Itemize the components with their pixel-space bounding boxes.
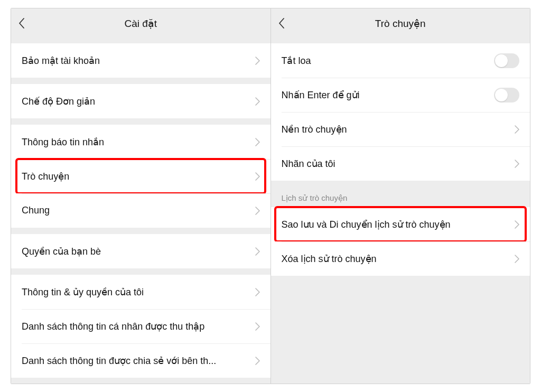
row-label: Thông báo tin nhắn [22,136,250,148]
row-backup-migrate-history[interactable]: Sao lưu và Di chuyển lịch sử trò chuyện [271,207,530,241]
chevron-right-icon [255,138,260,146]
chevron-right-icon [255,97,260,106]
chevron-right-icon [255,207,260,215]
chat-header: Trò chuyện [271,8,530,38]
chat-title: Trò chuyện [271,17,530,30]
section-history-header: Lịch sử trò chuyện [271,181,530,207]
row-account-security[interactable]: Bảo mật tài khoản [11,43,270,78]
row-friend-permissions[interactable]: Quyền của bạn bè [11,234,270,268]
settings-header: Cài đặt [11,8,270,38]
row-my-info-auth[interactable]: Thông tin & ủy quyền của tôi [11,275,270,309]
settings-title: Cài đặt [11,17,270,30]
row-label: Nhấn Enter để gửi [282,89,489,101]
row-simple-mode[interactable]: Chế độ Đơn giản [11,84,270,118]
settings-content: Bảo mật tài khoản Chế độ Đơn giản Thông … [11,38,270,384]
row-label: Tắt loa [282,55,489,67]
chevron-right-icon [515,220,519,229]
chevron-right-icon [255,288,260,296]
back-button[interactable] [278,8,284,38]
chevron-right-icon [255,322,260,331]
row-label: Chế độ Đơn giản [22,96,250,107]
row-message-notifications[interactable]: Thông báo tin nhắn [11,125,270,159]
row-label: Bảo mật tài khoản [22,55,250,67]
chevron-right-icon [255,357,260,365]
row-my-stickers[interactable]: Nhãn của tôi [271,146,530,181]
chevron-right-icon [515,160,519,168]
chevron-right-icon [515,125,519,134]
row-info-shared-third-party[interactable]: Danh sách thông tin được chia sẻ với bên… [11,343,270,378]
row-label: Sao lưu và Di chuyển lịch sử trò chuyện [282,219,510,230]
row-delete-history[interactable]: Xóa lịch sử trò chuyện [271,241,530,276]
row-general[interactable]: Chung [11,193,270,228]
chat-screen: Trò chuyện Tắt loa Nhấn Enter để gửi Nền… [271,8,530,384]
row-label: Thông tin & ủy quyền của tôi [22,286,250,298]
chat-content: Tắt loa Nhấn Enter để gửi Nền trò chuyện… [271,38,530,384]
row-label: Nhãn của tôi [282,158,510,170]
row-label: Danh sách thông tin được chia sẻ với bên… [22,355,250,367]
row-chat[interactable]: Trò chuyện [11,159,270,193]
row-label: Quyền của bạn bè [22,246,250,257]
settings-screen: Cài đặt Bảo mật tài khoản Chế độ Đơn giả… [11,8,271,384]
row-speaker-off[interactable]: Tắt loa [271,43,530,78]
chevron-right-icon [255,57,260,65]
row-label: Trò chuyện [22,171,250,182]
back-button[interactable] [18,8,24,38]
chevron-right-icon [255,247,260,256]
row-label: Nền trò chuyện [282,124,510,135]
row-personal-info-collected[interactable]: Danh sách thông tin cá nhân được thu thậ… [11,309,270,343]
row-label: Danh sách thông tin cá nhân được thu thậ… [22,321,250,332]
toggle-enter-to-send[interactable] [494,88,519,102]
row-label: Chung [22,205,250,216]
chevron-left-icon [278,18,284,29]
row-label: Xóa lịch sử trò chuyện [282,253,510,265]
chevron-right-icon [255,172,260,181]
toggle-speaker-off[interactable] [494,53,519,68]
row-enter-to-send[interactable]: Nhấn Enter để gửi [271,78,530,112]
row-chat-background[interactable]: Nền trò chuyện [271,112,530,146]
chevron-left-icon [18,18,24,29]
chevron-right-icon [515,255,519,263]
